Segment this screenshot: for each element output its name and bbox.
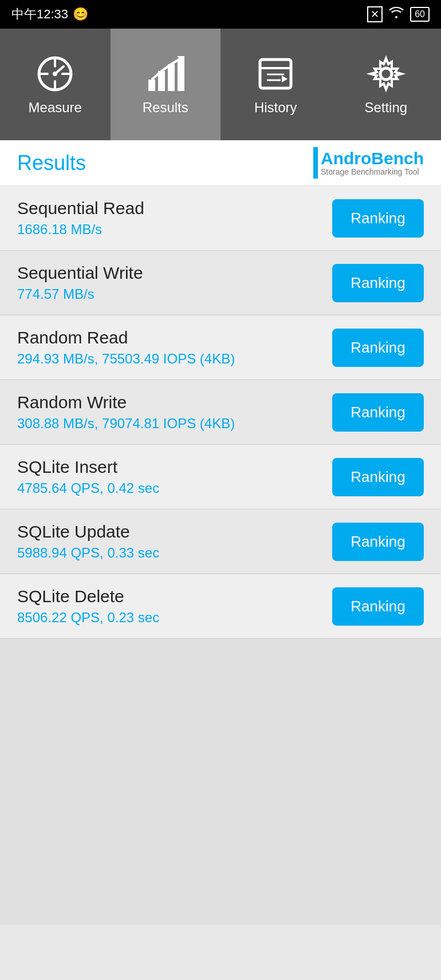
- result-name: Random Write: [17, 393, 235, 412]
- nav-item-results[interactable]: Results: [111, 29, 221, 140]
- result-row: SQLite Delete8506.22 QPS, 0.23 secRankin…: [0, 574, 441, 639]
- svg-point-17: [380, 68, 392, 80]
- result-name: Random Read: [17, 328, 235, 347]
- result-row: SQLite Insert4785.64 QPS, 0.42 secRankin…: [0, 445, 441, 509]
- setting-icon: [366, 54, 406, 94]
- history-icon: [255, 54, 296, 94]
- brand-subtitle: Storage Benchmarking Tool: [321, 168, 424, 176]
- result-value: 1686.18 MB/s: [17, 222, 144, 238]
- result-name: Sequential Write: [17, 263, 143, 283]
- brand-accent-bar: [313, 147, 318, 179]
- results-icon: [145, 54, 186, 94]
- ranking-button[interactable]: Ranking: [332, 587, 424, 626]
- ranking-button[interactable]: Ranking: [332, 329, 424, 367]
- nav-item-setting[interactable]: Setting: [331, 29, 442, 140]
- result-name: SQLite Update: [17, 522, 159, 542]
- ranking-button[interactable]: Ranking: [332, 523, 424, 561]
- result-row: Sequential Read1686.18 MB/sRanking: [0, 186, 441, 251]
- svg-rect-10: [178, 58, 184, 91]
- nav-item-measure[interactable]: Measure: [0, 29, 111, 140]
- ranking-button[interactable]: Ranking: [332, 393, 424, 432]
- status-bar: 中午12:33 😊 ✕ 60: [0, 0, 441, 29]
- result-value: 294.93 MB/s, 75503.49 IOPS (4KB): [17, 351, 235, 367]
- bottom-area: [0, 639, 441, 925]
- svg-rect-7: [148, 80, 155, 91]
- status-time: 中午12:33: [11, 6, 68, 23]
- result-list: Sequential Read1686.18 MB/sRankingSequen…: [0, 186, 441, 639]
- page-title: Results: [17, 151, 86, 175]
- nav-bar: Measure Results History Setting: [0, 29, 441, 140]
- page-header: Results AndroBench Storage Benchmarking …: [0, 140, 441, 186]
- brand-name-part2: Bench: [371, 149, 424, 168]
- result-value: 8506.22 QPS, 0.23 sec: [17, 610, 159, 626]
- result-row: Sequential Write774.57 MB/sRanking: [0, 251, 441, 315]
- wifi-icon: [388, 6, 404, 23]
- brand-text: AndroBench Storage Benchmarking Tool: [321, 149, 424, 176]
- nav-item-history[interactable]: History: [220, 29, 331, 140]
- result-info: SQLite Update5988.94 QPS, 0.33 sec: [17, 522, 159, 561]
- avatar-icon: 😊: [73, 7, 88, 22]
- nav-label-setting: Setting: [364, 100, 407, 116]
- result-row: Random Read294.93 MB/s, 75503.49 IOPS (4…: [0, 315, 441, 380]
- result-info: SQLite Insert4785.64 QPS, 0.42 sec: [17, 457, 159, 496]
- status-bar-left: 中午12:33 😊: [11, 6, 88, 23]
- result-name: SQLite Delete: [17, 587, 159, 606]
- result-info: Sequential Read1686.18 MB/s: [17, 199, 144, 238]
- nav-label-history: History: [254, 100, 297, 116]
- status-bar-right: ✕ 60: [367, 6, 430, 23]
- result-row: SQLite Update5988.94 QPS, 0.33 secRankin…: [0, 509, 441, 574]
- result-info: Sequential Write774.57 MB/s: [17, 263, 143, 302]
- svg-rect-9: [168, 64, 175, 91]
- result-name: Sequential Read: [17, 199, 144, 218]
- brand-name: AndroBench: [321, 149, 424, 168]
- svg-marker-16: [282, 76, 288, 82]
- ranking-button[interactable]: Ranking: [332, 199, 424, 238]
- brand-name-part1: Andro: [321, 149, 371, 168]
- result-value: 4785.64 QPS, 0.42 sec: [17, 480, 159, 496]
- result-value: 5988.94 QPS, 0.33 sec: [17, 545, 159, 561]
- brand-logo: AndroBench Storage Benchmarking Tool: [313, 147, 424, 179]
- result-name: SQLite Insert: [17, 457, 159, 477]
- battery-icon: 60: [410, 7, 430, 22]
- result-info: SQLite Delete8506.22 QPS, 0.23 sec: [17, 587, 159, 626]
- measure-icon: [35, 54, 75, 94]
- ranking-button[interactable]: Ranking: [332, 458, 424, 496]
- ranking-button[interactable]: Ranking: [332, 264, 424, 302]
- result-value: 774.57 MB/s: [17, 286, 143, 302]
- nav-label-measure: Measure: [29, 100, 82, 116]
- nav-label-results: Results: [143, 100, 188, 116]
- result-value: 308.88 MB/s, 79074.81 IOPS (4KB): [17, 416, 235, 432]
- result-info: Random Read294.93 MB/s, 75503.49 IOPS (4…: [17, 328, 235, 367]
- result-info: Random Write308.88 MB/s, 79074.81 IOPS (…: [17, 393, 235, 432]
- result-row: Random Write308.88 MB/s, 79074.81 IOPS (…: [0, 380, 441, 445]
- close-icon: ✕: [367, 6, 383, 22]
